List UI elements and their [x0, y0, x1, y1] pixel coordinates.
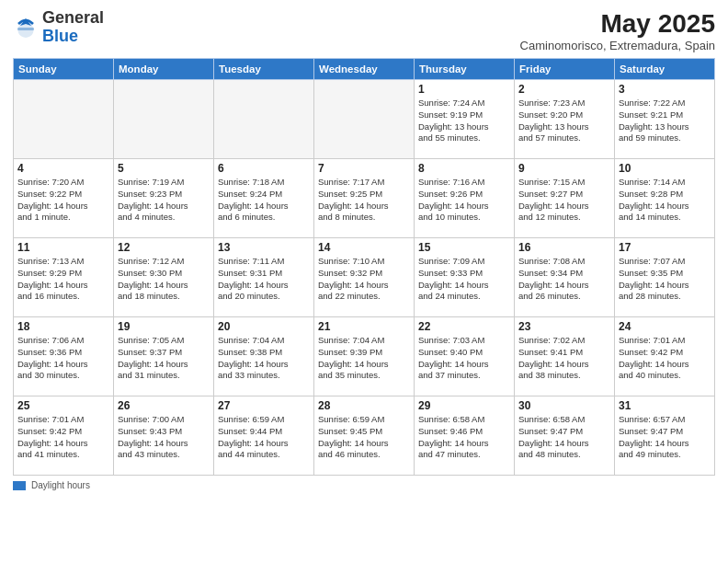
- day-number: 16: [518, 241, 610, 254]
- calendar-table: SundayMondayTuesdayWednesdayThursdayFrid…: [13, 58, 715, 476]
- page: General Blue May 2025 Caminomorisco, Ext…: [0, 0, 728, 563]
- day-info: Sunrise: 7:12 AM Sunset: 9:30 PM Dayligh…: [118, 256, 210, 303]
- day-info: Sunrise: 7:16 AM Sunset: 9:26 PM Dayligh…: [418, 177, 510, 224]
- day-info: Sunrise: 7:20 AM Sunset: 9:22 PM Dayligh…: [17, 177, 109, 224]
- day-info: Sunrise: 7:03 AM Sunset: 9:40 PM Dayligh…: [418, 335, 510, 382]
- day-number: 30: [518, 399, 610, 412]
- day-info: Sunrise: 6:59 AM Sunset: 9:45 PM Dayligh…: [318, 414, 410, 461]
- day-info: Sunrise: 6:58 AM Sunset: 9:47 PM Dayligh…: [518, 414, 610, 461]
- calendar-cell: [214, 80, 314, 159]
- day-number: 26: [118, 399, 210, 412]
- col-header-sunday: Sunday: [14, 59, 114, 80]
- day-info: Sunrise: 7:10 AM Sunset: 9:32 PM Dayligh…: [318, 256, 410, 303]
- calendar-cell: 10Sunrise: 7:14 AM Sunset: 9:28 PM Dayli…: [615, 159, 715, 238]
- day-number: 4: [17, 162, 109, 175]
- calendar-cell: 23Sunrise: 7:02 AM Sunset: 9:41 PM Dayli…: [515, 317, 615, 396]
- logo-blue-text: Blue: [42, 27, 78, 45]
- day-info: Sunrise: 7:22 AM Sunset: 9:21 PM Dayligh…: [619, 98, 711, 144]
- day-number: 11: [17, 241, 109, 254]
- calendar-cell: 29Sunrise: 6:58 AM Sunset: 9:46 PM Dayli…: [415, 396, 515, 476]
- col-header-wednesday: Wednesday: [314, 59, 415, 80]
- calendar-cell: 11Sunrise: 7:13 AM Sunset: 9:29 PM Dayli…: [14, 238, 114, 317]
- day-info: Sunrise: 7:04 AM Sunset: 9:39 PM Dayligh…: [318, 335, 410, 382]
- calendar-week-2: 11Sunrise: 7:13 AM Sunset: 9:29 PM Dayli…: [14, 238, 715, 317]
- calendar-cell: 19Sunrise: 7:05 AM Sunset: 9:37 PM Dayli…: [114, 317, 214, 396]
- logo-icon: [13, 15, 39, 40]
- day-number: 22: [418, 320, 510, 333]
- day-info: Sunrise: 6:57 AM Sunset: 9:47 PM Dayligh…: [619, 414, 711, 461]
- calendar-cell: 16Sunrise: 7:08 AM Sunset: 9:34 PM Dayli…: [515, 238, 615, 317]
- day-number: 19: [118, 320, 210, 333]
- calendar-cell: 30Sunrise: 6:58 AM Sunset: 9:47 PM Dayli…: [515, 396, 615, 476]
- month-title: May 2025: [520, 9, 715, 39]
- calendar-week-3: 18Sunrise: 7:06 AM Sunset: 9:36 PM Dayli…: [14, 317, 715, 396]
- day-number: 28: [318, 399, 410, 412]
- footer-row: Daylight hours: [13, 480, 715, 490]
- calendar-week-4: 25Sunrise: 7:01 AM Sunset: 9:42 PM Dayli…: [14, 396, 715, 476]
- day-info: Sunrise: 7:01 AM Sunset: 9:42 PM Dayligh…: [619, 335, 711, 382]
- day-number: 29: [418, 399, 510, 412]
- calendar-cell: 27Sunrise: 6:59 AM Sunset: 9:44 PM Dayli…: [214, 396, 314, 476]
- day-info: Sunrise: 7:18 AM Sunset: 9:24 PM Dayligh…: [218, 177, 310, 224]
- day-info: Sunrise: 7:17 AM Sunset: 9:25 PM Dayligh…: [318, 177, 410, 224]
- calendar-cell: 18Sunrise: 7:06 AM Sunset: 9:36 PM Dayli…: [14, 317, 114, 396]
- day-info: Sunrise: 7:04 AM Sunset: 9:38 PM Dayligh…: [218, 335, 310, 382]
- day-number: 6: [218, 162, 310, 175]
- day-number: 17: [619, 241, 711, 254]
- day-number: 9: [518, 162, 610, 175]
- calendar-cell: 20Sunrise: 7:04 AM Sunset: 9:38 PM Dayli…: [214, 317, 314, 396]
- day-info: Sunrise: 7:02 AM Sunset: 9:41 PM Dayligh…: [518, 335, 610, 382]
- col-header-saturday: Saturday: [615, 59, 715, 80]
- day-info: Sunrise: 7:19 AM Sunset: 9:23 PM Dayligh…: [118, 177, 210, 224]
- col-header-tuesday: Tuesday: [214, 59, 314, 80]
- calendar-cell: [314, 80, 415, 159]
- calendar-week-0: 1Sunrise: 7:24 AM Sunset: 9:19 PM Daylig…: [14, 80, 715, 159]
- day-number: 5: [118, 162, 210, 175]
- calendar-cell: 4Sunrise: 7:20 AM Sunset: 9:22 PM Daylig…: [14, 159, 114, 238]
- calendar-header-row: SundayMondayTuesdayWednesdayThursdayFrid…: [14, 59, 715, 80]
- day-number: 1: [418, 83, 510, 96]
- calendar-cell: 3Sunrise: 7:22 AM Sunset: 9:21 PM Daylig…: [615, 80, 715, 159]
- calendar-cell: 13Sunrise: 7:11 AM Sunset: 9:31 PM Dayli…: [214, 238, 314, 317]
- day-number: 12: [118, 241, 210, 254]
- calendar-week-1: 4Sunrise: 7:20 AM Sunset: 9:22 PM Daylig…: [14, 159, 715, 238]
- calendar-cell: 22Sunrise: 7:03 AM Sunset: 9:40 PM Dayli…: [415, 317, 515, 396]
- day-number: 31: [619, 399, 711, 412]
- calendar-cell: 14Sunrise: 7:10 AM Sunset: 9:32 PM Dayli…: [314, 238, 415, 317]
- calendar-cell: 24Sunrise: 7:01 AM Sunset: 9:42 PM Dayli…: [615, 317, 715, 396]
- footer: Daylight hours: [13, 480, 715, 490]
- calendar-cell: 6Sunrise: 7:18 AM Sunset: 9:24 PM Daylig…: [214, 159, 314, 238]
- calendar-cell: 8Sunrise: 7:16 AM Sunset: 9:26 PM Daylig…: [415, 159, 515, 238]
- header: General Blue May 2025 Caminomorisco, Ext…: [13, 9, 715, 52]
- day-number: 14: [318, 241, 410, 254]
- day-number: 2: [518, 83, 610, 96]
- day-info: Sunrise: 7:07 AM Sunset: 9:35 PM Dayligh…: [619, 256, 711, 303]
- calendar-cell: 9Sunrise: 7:15 AM Sunset: 9:27 PM Daylig…: [515, 159, 615, 238]
- location-subtitle: Caminomorisco, Extremadura, Spain: [520, 39, 715, 52]
- day-info: Sunrise: 7:24 AM Sunset: 9:19 PM Dayligh…: [418, 98, 510, 144]
- day-number: 24: [619, 320, 711, 333]
- day-info: Sunrise: 6:58 AM Sunset: 9:46 PM Dayligh…: [418, 414, 510, 461]
- calendar-cell: 28Sunrise: 6:59 AM Sunset: 9:45 PM Dayli…: [314, 396, 415, 476]
- calendar-cell: 2Sunrise: 7:23 AM Sunset: 9:20 PM Daylig…: [515, 80, 615, 159]
- day-info: Sunrise: 7:08 AM Sunset: 9:34 PM Dayligh…: [518, 256, 610, 303]
- day-number: 20: [218, 320, 310, 333]
- day-number: 23: [518, 320, 610, 333]
- day-info: Sunrise: 6:59 AM Sunset: 9:44 PM Dayligh…: [218, 414, 310, 461]
- calendar-cell: 12Sunrise: 7:12 AM Sunset: 9:30 PM Dayli…: [114, 238, 214, 317]
- daylight-label: Daylight hours: [31, 480, 90, 490]
- col-header-friday: Friday: [515, 59, 615, 80]
- day-number: 7: [318, 162, 410, 175]
- calendar-cell: 7Sunrise: 7:17 AM Sunset: 9:25 PM Daylig…: [314, 159, 415, 238]
- logo-text: General Blue: [42, 9, 104, 46]
- day-info: Sunrise: 7:06 AM Sunset: 9:36 PM Dayligh…: [17, 335, 109, 382]
- logo: General Blue: [13, 9, 104, 46]
- calendar-cell: [114, 80, 214, 159]
- day-info: Sunrise: 7:13 AM Sunset: 9:29 PM Dayligh…: [17, 256, 109, 303]
- svg-rect-0: [17, 28, 34, 30]
- day-number: 3: [619, 83, 711, 96]
- day-info: Sunrise: 7:09 AM Sunset: 9:33 PM Dayligh…: [418, 256, 510, 303]
- day-info: Sunrise: 7:14 AM Sunset: 9:28 PM Dayligh…: [619, 177, 711, 224]
- col-header-thursday: Thursday: [415, 59, 515, 80]
- calendar-cell: 5Sunrise: 7:19 AM Sunset: 9:23 PM Daylig…: [114, 159, 214, 238]
